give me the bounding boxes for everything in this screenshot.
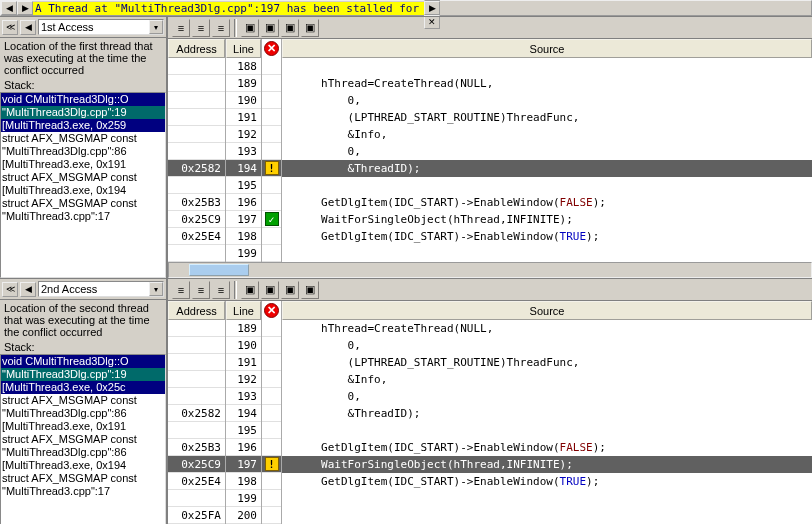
- line-header[interactable]: Line: [226, 301, 261, 320]
- tool-button-4b[interactable]: ▣: [301, 281, 319, 299]
- source-header[interactable]: Source: [282, 39, 812, 58]
- source-line[interactable]: [282, 177, 812, 194]
- nav-prev-button[interactable]: ◀: [1, 1, 17, 15]
- source-line[interactable]: [282, 245, 812, 262]
- left-panel-2: ≪ ◀ 2nd Access ▾ Location of the second …: [0, 279, 168, 524]
- source-line[interactable]: 0,: [282, 92, 812, 109]
- nav-last-button[interactable]: ▶: [424, 1, 440, 15]
- stack-row[interactable]: struct AFX_MSGMAP const: [1, 171, 165, 184]
- tool-button-4[interactable]: ▣: [301, 19, 319, 37]
- warning-icon: !: [265, 457, 279, 471]
- line-cell: 190: [226, 337, 261, 354]
- source-line[interactable]: hThread=CreateThread(NULL,: [282, 75, 812, 92]
- history-back-button-2[interactable]: ◀: [20, 282, 36, 297]
- source-line[interactable]: &Info,: [282, 371, 812, 388]
- history-back-all-button[interactable]: ≪: [2, 20, 18, 35]
- stack-row[interactable]: "MultiThread3Dlg.cpp":86: [1, 446, 165, 459]
- stack-row[interactable]: "MultiThread3Dlg.cpp":86: [1, 407, 165, 420]
- dropdown-arrow-icon[interactable]: ▾: [149, 20, 163, 34]
- tool-button-1b[interactable]: ▣: [241, 281, 259, 299]
- stack-row[interactable]: [MultiThread3.exe, 0x194: [1, 459, 165, 472]
- line-cell: 195: [226, 422, 261, 439]
- source-line[interactable]: 0,: [282, 388, 812, 405]
- align-left-button[interactable]: ≡: [172, 19, 190, 37]
- marker-cell: !: [262, 160, 281, 177]
- source-line[interactable]: &ThreadID);: [282, 405, 812, 422]
- tool-button-3b[interactable]: ▣: [281, 281, 299, 299]
- stack-row[interactable]: [MultiThread3.exe, 0x25c: [1, 381, 165, 394]
- line-cell: 198: [226, 473, 261, 490]
- address-cell: [168, 75, 225, 92]
- nav-next-button[interactable]: ▶: [17, 1, 33, 15]
- source-line[interactable]: 0,: [282, 143, 812, 160]
- address-header[interactable]: Address: [168, 39, 225, 58]
- close-column-button[interactable]: ✕: [264, 303, 279, 318]
- source-header[interactable]: Source: [282, 301, 812, 320]
- left-panel-1: ≪ ◀ 1st Access ▾ Location of the first t…: [0, 17, 168, 278]
- address-cell: [168, 126, 225, 143]
- tool-button-1[interactable]: ▣: [241, 19, 259, 37]
- history-back-all-button-2[interactable]: ≪: [2, 282, 18, 297]
- tool-button-3[interactable]: ▣: [281, 19, 299, 37]
- address-cell: 0x2582: [168, 405, 225, 422]
- align-center-button[interactable]: ≡: [192, 19, 210, 37]
- stack-row[interactable]: void CMultiThread3Dlg::O: [1, 93, 165, 106]
- marker-cell: [262, 354, 281, 371]
- stack-list-2[interactable]: void CMultiThread3Dlg::O"MultiThread3Dlg…: [0, 354, 166, 524]
- source-line[interactable]: GetDlgItem(IDC_START)->EnableWindow(FALS…: [282, 194, 812, 211]
- source-line[interactable]: &ThreadID);: [282, 160, 812, 177]
- stack-row[interactable]: struct AFX_MSGMAP const: [1, 394, 165, 407]
- stack-row[interactable]: "MultiThread3Dlg.cpp":19: [1, 368, 165, 381]
- address-header[interactable]: Address: [168, 301, 225, 320]
- stack-row[interactable]: [MultiThread3.exe, 0x259: [1, 119, 165, 132]
- tool-button-2[interactable]: ▣: [261, 19, 279, 37]
- top-error-bar: ◀ ▶ A Thread at "MultiThread3Dlg.cpp":19…: [0, 0, 812, 16]
- stack-row[interactable]: "MultiThread3Dlg.cpp":19: [1, 106, 165, 119]
- source-line[interactable]: 0,: [282, 337, 812, 354]
- stack-row[interactable]: struct AFX_MSGMAP const: [1, 197, 165, 210]
- align-right-button-2[interactable]: ≡: [212, 281, 230, 299]
- stack-row[interactable]: struct AFX_MSGMAP const: [1, 472, 165, 485]
- source-line[interactable]: GetDlgItem(IDC_START)->EnableWindow(TRUE…: [282, 473, 812, 490]
- source-line[interactable]: &Info,: [282, 126, 812, 143]
- stack-row[interactable]: [MultiThread3.exe, 0x194: [1, 184, 165, 197]
- stack-list-1[interactable]: void CMultiThread3Dlg::O"MultiThread3Dlg…: [0, 92, 166, 278]
- source-line[interactable]: (LPTHREAD_START_ROUTINE)ThreadFunc,: [282, 109, 812, 126]
- address-cell: [168, 245, 225, 262]
- toolbar-1: ≡ ≡ ≡ ▣ ▣ ▣ ▣: [168, 17, 812, 39]
- stack-row[interactable]: "MultiThread3Dlg.cpp":86: [1, 145, 165, 158]
- horizontal-scrollbar-1[interactable]: [168, 262, 812, 278]
- align-left-button-2[interactable]: ≡: [172, 281, 190, 299]
- close-column-button[interactable]: ✕: [264, 41, 279, 56]
- watermark: ©51CTO博客: [731, 503, 806, 520]
- align-right-button[interactable]: ≡: [212, 19, 230, 37]
- line-cell: 189: [226, 75, 261, 92]
- marker-cell: [262, 75, 281, 92]
- history-back-button[interactable]: ◀: [20, 20, 36, 35]
- line-header[interactable]: Line: [226, 39, 261, 58]
- tool-button-2b[interactable]: ▣: [261, 281, 279, 299]
- source-line[interactable]: [282, 422, 812, 439]
- stack-row[interactable]: "MultiThread3.cpp":17: [1, 210, 165, 223]
- stack-row[interactable]: [MultiThread3.exe, 0x191: [1, 420, 165, 433]
- stack-row[interactable]: "MultiThread3.cpp":17: [1, 485, 165, 498]
- stack-row[interactable]: struct AFX_MSGMAP const: [1, 433, 165, 446]
- source-line[interactable]: GetDlgItem(IDC_START)->EnableWindow(TRUE…: [282, 228, 812, 245]
- source-line[interactable]: (LPTHREAD_START_ROUTINE)ThreadFunc,: [282, 354, 812, 371]
- access-dropdown-1[interactable]: 1st Access ▾: [38, 19, 164, 35]
- dropdown-arrow-icon-2[interactable]: ▾: [149, 282, 163, 296]
- line-cell: 191: [226, 354, 261, 371]
- source-line[interactable]: GetDlgItem(IDC_START)->EnableWindow(FALS…: [282, 439, 812, 456]
- stack-row[interactable]: struct AFX_MSGMAP const: [1, 132, 165, 145]
- access-description-1: Location of the first thread that was ex…: [0, 38, 166, 78]
- source-line[interactable]: [282, 58, 812, 75]
- stack-row[interactable]: void CMultiThread3Dlg::O: [1, 355, 165, 368]
- stack-row[interactable]: [MultiThread3.exe, 0x191: [1, 158, 165, 171]
- align-center-button-2[interactable]: ≡: [192, 281, 210, 299]
- source-line[interactable]: hThread=CreateThread(NULL,: [282, 320, 812, 337]
- access-dropdown-2[interactable]: 2nd Access ▾: [38, 281, 164, 297]
- marker-cell: [262, 439, 281, 456]
- source-line[interactable]: WaitForSingleObject(hThread,INFINITE);: [282, 211, 812, 228]
- source-line[interactable]: WaitForSingleObject(hThread,INFINITE);: [282, 456, 812, 473]
- marker-cell: [262, 490, 281, 507]
